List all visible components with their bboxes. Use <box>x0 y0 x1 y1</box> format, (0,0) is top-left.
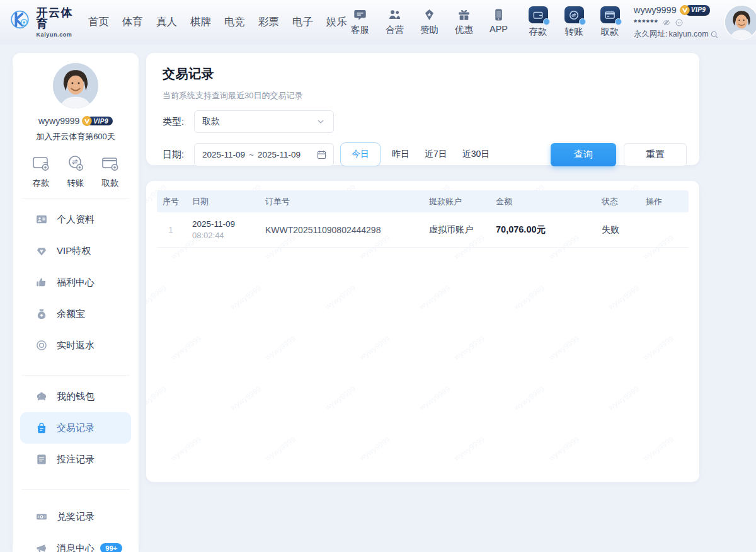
cell-order-no: KWWT202511090802444298 <box>258 225 421 235</box>
nav-item-3[interactable]: 棋牌 <box>190 15 211 29</box>
column-header: 操作 <box>638 196 689 207</box>
prize-icon <box>35 510 48 523</box>
search-icon[interactable] <box>710 30 719 39</box>
sidebar-item-label: 兑奖记录 <box>57 511 94 523</box>
date-range-input[interactable]: 2025-11-09 ~ 2025-11-09 <box>194 143 334 166</box>
sidebar-item-label: 个人资料 <box>57 214 94 226</box>
header-chat-button[interactable]: 客服 <box>347 8 373 36</box>
app-icon <box>492 8 505 21</box>
refresh-circle-icon[interactable] <box>675 18 684 27</box>
sidebar-item-label: 我的钱包 <box>57 391 94 403</box>
sidebar-item-bets[interactable]: 投注记录 <box>20 444 131 475</box>
profile-icon <box>35 213 48 226</box>
reset-button[interactable]: 重置 <box>624 143 687 166</box>
column-header: 提款账户 <box>421 196 488 207</box>
transfer-icon <box>564 6 584 23</box>
nav-item-4[interactable]: 电竞 <box>224 15 245 29</box>
header-icon-label: APP <box>490 24 508 34</box>
vip-shield-icon <box>82 116 92 126</box>
qa-deposit-icon <box>32 154 50 173</box>
sidebar-item-transactions[interactable]: 交易记录 <box>20 412 131 444</box>
sidebar-item-profile[interactable]: 个人资料 <box>20 204 131 235</box>
nav-item-0[interactable]: 首页 <box>88 15 109 29</box>
quick-range-0[interactable]: 今日 <box>340 142 381 166</box>
nav-item-7[interactable]: 娱乐 <box>326 15 347 29</box>
transactions-icon <box>35 422 48 434</box>
header-transfer-button[interactable]: 转账 <box>560 6 588 38</box>
quick-range-2[interactable]: 近7日 <box>418 142 454 166</box>
calendar-icon <box>316 149 327 160</box>
sidebar-item-vip[interactable]: VIP特权 <box>20 235 131 267</box>
header-app-button[interactable]: APP <box>486 8 512 36</box>
sidebar-username: wywy9999 <box>38 116 79 126</box>
table-header: 序号日期订单号提款账户金额状态操作 <box>157 190 689 212</box>
eye-off-icon[interactable] <box>662 18 671 27</box>
nav-item-1[interactable]: 体育 <box>122 15 143 29</box>
masked-balance: ****** <box>634 17 658 28</box>
header-icon-label: 客服 <box>351 24 369 36</box>
wallet-icon <box>35 390 48 403</box>
header-gift-button[interactable]: 优惠 <box>451 8 477 36</box>
header-partners-button[interactable]: 合营 <box>382 8 408 36</box>
sidebar: wywy9999 VIP9 加入开云体育第600天 存款转账取款 个人资料VIP… <box>13 53 139 552</box>
sidebar-qa-withdraw-button[interactable]: 取款 <box>96 154 125 189</box>
gift-icon <box>457 8 471 21</box>
withdraw-icon <box>600 6 620 23</box>
brand-domain: Kaiyun.com <box>36 32 77 38</box>
brand-logo[interactable]: 开云体育 Kaiyun.com <box>9 7 77 38</box>
nav-item-6[interactable]: 电子 <box>292 15 313 29</box>
chevron-down-icon <box>316 117 326 127</box>
main-nav: 首页体育真人棋牌电竞彩票电子娱乐 <box>88 15 347 29</box>
vip-shield-icon <box>680 5 690 15</box>
partners-icon <box>388 8 401 21</box>
quick-range-3[interactable]: 近30日 <box>455 142 497 166</box>
vip-icon <box>35 244 48 257</box>
chat-icon <box>353 8 367 21</box>
sidebar-item-rebate[interactable]: 实时返水 <box>20 330 131 361</box>
sidebar-qa-deposit-button[interactable]: 存款 <box>26 154 55 189</box>
bets-icon <box>35 453 48 466</box>
header-deposit-button[interactable]: 存款 <box>524 6 552 38</box>
header-withdraw-button[interactable]: 取款 <box>596 6 624 38</box>
sidebar-qa-transfer-button[interactable]: 转账 <box>61 154 90 189</box>
header-icon-label: 合营 <box>386 24 404 36</box>
vip-badge: VIP9 <box>680 5 711 16</box>
quick-ranges: 今日昨日近7日近30日 <box>340 142 496 166</box>
sidebar-profile: wywy9999 VIP9 加入开云体育第600天 <box>13 53 139 142</box>
sidebar-item-label: 消息中心 <box>57 543 94 552</box>
column-header: 序号 <box>157 196 185 207</box>
sidebar-item-prize[interactable]: 兑奖记录 <box>20 501 131 532</box>
sidebar-item-label: 实时返水 <box>57 340 94 352</box>
type-select[interactable]: 取款 <box>194 110 334 133</box>
quick-action-label: 存款 <box>33 178 50 189</box>
top-header: 开云体育 Kaiyun.com 首页体育真人棋牌电竞彩票电子娱乐 客服合营赞助优… <box>0 0 756 44</box>
sidebar-avatar[interactable] <box>53 63 98 108</box>
sidebar-item-yuebao[interactable]: 余额宝 <box>20 298 131 330</box>
nav-item-2[interactable]: 真人 <box>156 15 177 29</box>
nav-item-5[interactable]: 彩票 <box>258 15 279 29</box>
header-sponsor-button[interactable]: 赞助 <box>416 8 442 36</box>
rebate-icon <box>35 339 48 352</box>
cell-account: 虚拟币账户 <box>421 224 488 236</box>
kaiyun-logo-icon <box>9 9 32 35</box>
date-label: 日期: <box>163 149 194 161</box>
joined-days-text: 加入开云体育第600天 <box>13 131 139 142</box>
column-header: 状态 <box>594 196 638 207</box>
header-icon-label: 存款 <box>529 26 547 38</box>
header-avatar[interactable] <box>725 6 756 38</box>
cell-index: 1 <box>157 225 185 234</box>
main-content: 交易记录 当前系统支持查询最近30日的交易记录 类型: 取款 日期: 2025-… <box>146 53 699 482</box>
search-button[interactable]: 查询 <box>551 143 616 166</box>
table-body: 1 2025-11-0908:02:44 KWWT202511090802444… <box>157 212 689 248</box>
header-user-block[interactable]: wywy9999 VIP9 ****** 永久网址: kaiyun.com <box>634 4 719 40</box>
header-username: wywy9999 <box>634 4 677 16</box>
header-icon-label: 优惠 <box>455 24 473 36</box>
column-header: 金额 <box>488 196 594 207</box>
quick-action-label: 取款 <box>102 178 119 189</box>
message-icon <box>35 542 48 552</box>
sidebar-item-welfare[interactable]: 福利中心 <box>20 267 131 298</box>
quick-range-1[interactable]: 昨日 <box>385 142 416 166</box>
sidebar-item-wallet[interactable]: 我的钱包 <box>20 381 131 412</box>
sidebar-menu: 个人资料VIP特权福利中心余额宝实时返水我的钱包交易记录投注记录兑奖记录消息中心… <box>13 198 139 552</box>
sidebar-item-message[interactable]: 消息中心99+ <box>20 532 131 552</box>
